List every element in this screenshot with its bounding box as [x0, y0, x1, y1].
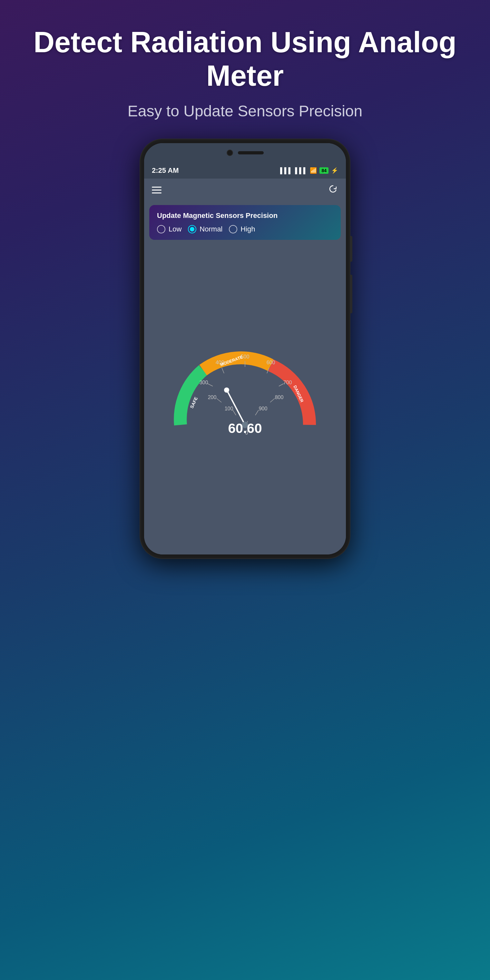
radio-circle-high — [229, 225, 237, 233]
hamburger-line-1 — [152, 187, 162, 188]
svg-text:100: 100 — [225, 406, 233, 411]
radio-inner-normal — [190, 227, 194, 231]
battery-badge: 84 — [320, 167, 328, 174]
svg-line-6 — [208, 383, 213, 386]
app-bar — [144, 178, 346, 201]
status-time: 2:25 AM — [152, 166, 179, 175]
subtitle: Easy to Update Sensors Precision — [19, 102, 471, 120]
svg-text:200: 200 — [208, 395, 216, 400]
svg-line-16 — [270, 398, 275, 402]
radio-circle-normal — [188, 225, 196, 233]
gauge-container: 0 100 200 300 400 — [164, 341, 326, 444]
radio-label-normal: Normal — [200, 225, 223, 233]
speaker-notch — [238, 151, 264, 154]
radio-label-low: Low — [169, 225, 181, 233]
camera-notch — [227, 150, 233, 156]
svg-line-8 — [222, 368, 224, 373]
radio-option-normal[interactable]: Normal — [188, 225, 223, 233]
svg-point-24 — [224, 388, 229, 393]
svg-text:900: 900 — [259, 406, 267, 411]
radio-circle-low — [157, 225, 165, 233]
phone-screen: 2:25 AM ▌▌▌ ▌▌▌ 📶 84 ⚡ — [144, 143, 346, 554]
header-section: Detect Radiation Using Analog Meter Easy… — [0, 0, 490, 133]
main-title: Detect Radiation Using Analog Meter — [19, 26, 471, 92]
radio-option-low[interactable]: Low — [157, 225, 181, 233]
svg-text:60.60: 60.60 — [228, 421, 262, 436]
status-bar: 2:25 AM ▌▌▌ ▌▌▌ 📶 84 ⚡ — [144, 162, 346, 178]
sensor-card-title: Update Magnetic Sensors Precision — [157, 212, 333, 220]
phone-top-bar — [144, 143, 346, 162]
radio-group: Low Normal High — [157, 225, 333, 233]
phone-container: 2:25 AM ▌▌▌ ▌▌▌ 📶 84 ⚡ — [140, 139, 350, 558]
hamburger-line-3 — [152, 192, 162, 193]
svg-line-4 — [216, 398, 221, 402]
sensor-card: Update Magnetic Sensors Precision Low No… — [149, 205, 341, 240]
menu-button[interactable] — [152, 187, 162, 193]
gauge-section: 0 100 200 300 400 — [144, 244, 346, 554]
gauge-svg: 0 100 200 300 400 — [164, 341, 326, 444]
signal-icon-1: ▌▌▌ — [280, 167, 293, 174]
charging-icon: ⚡ — [331, 167, 338, 174]
status-icons: ▌▌▌ ▌▌▌ 📶 84 ⚡ — [280, 167, 338, 174]
svg-text:700: 700 — [283, 380, 292, 385]
svg-text:600: 600 — [267, 360, 275, 365]
refresh-button[interactable] — [328, 184, 338, 196]
radio-option-high[interactable]: High — [229, 225, 255, 233]
svg-line-18 — [255, 410, 259, 415]
svg-text:800: 800 — [275, 395, 284, 400]
radio-label-high: High — [240, 225, 255, 233]
hamburger-line-2 — [152, 189, 162, 191]
signal-icon-2: ▌▌▌ — [295, 167, 307, 174]
svg-line-2 — [233, 410, 236, 415]
svg-text:300: 300 — [200, 380, 208, 385]
phone-frame: 2:25 AM ▌▌▌ ▌▌▌ 📶 84 ⚡ — [140, 139, 350, 558]
wifi-icon: 📶 — [310, 167, 317, 174]
